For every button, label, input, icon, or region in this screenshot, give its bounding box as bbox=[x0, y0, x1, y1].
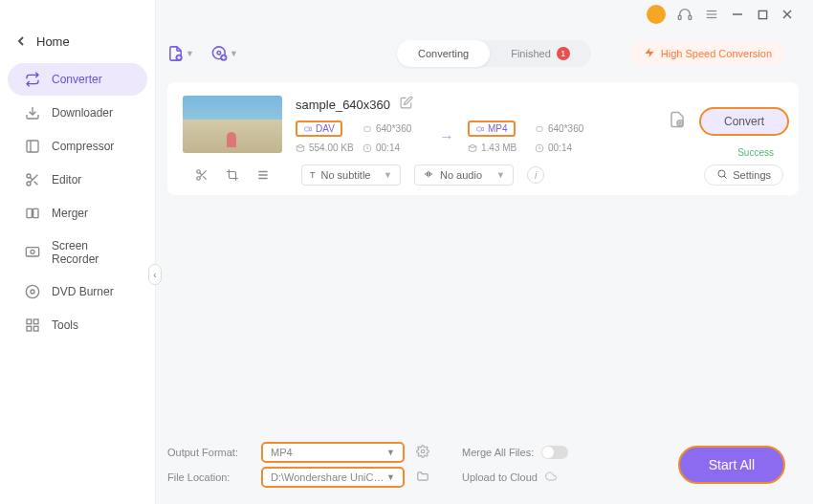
svg-point-46 bbox=[677, 121, 683, 126]
file-location-select[interactable]: D:\Wondershare UniConverter 1 ▼ bbox=[261, 467, 405, 488]
headset-icon[interactable] bbox=[677, 7, 692, 22]
svg-rect-18 bbox=[33, 208, 38, 217]
crop-icon[interactable] bbox=[225, 168, 240, 182]
chevron-down-icon: ▼ bbox=[386, 472, 395, 482]
tab-switch: Converting Finished 1 bbox=[397, 40, 591, 67]
file-location-label: File Location: bbox=[167, 471, 253, 483]
lightning-icon bbox=[644, 47, 655, 60]
svg-rect-40 bbox=[364, 126, 370, 131]
tab-finished[interactable]: Finished 1 bbox=[490, 40, 591, 67]
svg-marker-39 bbox=[309, 127, 311, 131]
sidebar-item-label: Compressor bbox=[52, 140, 114, 153]
source-duration: 00:14 bbox=[363, 142, 439, 153]
merger-icon bbox=[25, 206, 40, 221]
editor-icon bbox=[25, 172, 40, 187]
svg-rect-19 bbox=[26, 248, 38, 256]
sidebar-item-label: Tools bbox=[52, 318, 78, 332]
sidebar-item-label: Screen Recorder bbox=[52, 239, 130, 266]
subtitle-icon: T bbox=[310, 170, 316, 180]
audio-dropdown[interactable]: No audio ▼ bbox=[414, 164, 514, 186]
sidebar-item-screen-recorder[interactable]: Screen Recorder bbox=[8, 230, 147, 274]
merge-toggle[interactable] bbox=[541, 446, 568, 459]
target-duration: 00:14 bbox=[535, 142, 611, 153]
svg-rect-1 bbox=[689, 15, 692, 19]
output-settings-gear-icon[interactable] bbox=[416, 445, 429, 460]
edit-name-icon[interactable] bbox=[400, 96, 413, 113]
home-link[interactable]: Home bbox=[0, 29, 155, 62]
convert-button[interactable]: Convert bbox=[699, 107, 789, 136]
source-format-chip: DAV bbox=[296, 121, 342, 137]
svg-point-22 bbox=[31, 290, 34, 294]
more-icon[interactable] bbox=[255, 168, 271, 182]
sidebar-item-label: Downloader bbox=[52, 106, 113, 120]
svg-line-52 bbox=[200, 173, 202, 175]
sidebar-item-dvd-burner[interactable]: DVD Burner bbox=[8, 275, 147, 308]
sidebar-collapse-handle[interactable]: ‹ bbox=[148, 264, 162, 285]
svg-rect-10 bbox=[27, 141, 38, 152]
svg-rect-26 bbox=[33, 326, 38, 331]
compressor-icon bbox=[25, 139, 40, 154]
sidebar: Home Converter Downloader Compressor Edi… bbox=[0, 0, 156, 504]
svg-point-20 bbox=[31, 250, 34, 253]
high-speed-conversion-pill[interactable]: High Speed Conversion bbox=[630, 42, 785, 65]
sidebar-item-converter[interactable]: Converter bbox=[8, 63, 147, 96]
sidebar-item-compressor[interactable]: Compressor bbox=[8, 130, 147, 163]
sidebar-item-label: Editor bbox=[52, 173, 81, 186]
trim-icon[interactable] bbox=[194, 168, 209, 182]
svg-rect-43 bbox=[537, 126, 542, 131]
finished-count-badge: 1 bbox=[557, 47, 570, 60]
svg-line-15 bbox=[34, 182, 38, 186]
sidebar-item-label: Merger bbox=[52, 207, 88, 220]
sidebar-item-label: DVD Burner bbox=[52, 285, 114, 298]
start-all-button[interactable]: Start All bbox=[678, 446, 785, 484]
target-resolution: 640*360 bbox=[535, 123, 611, 134]
tab-label: Converting bbox=[418, 48, 469, 59]
sidebar-item-downloader[interactable]: Downloader bbox=[8, 97, 147, 129]
sidebar-item-tools[interactable]: Tools bbox=[8, 309, 147, 341]
video-thumbnail[interactable] bbox=[183, 96, 282, 153]
close-button[interactable] bbox=[780, 8, 794, 21]
svg-rect-17 bbox=[27, 208, 32, 217]
sidebar-item-editor[interactable]: Editor bbox=[8, 164, 147, 196]
file-card: sample_640x360 DAV 640*360 → MP4 640*360… bbox=[167, 82, 799, 195]
source-resolution: 640*360 bbox=[363, 123, 439, 134]
converter-icon bbox=[25, 72, 40, 87]
high-speed-label: High Speed Conversion bbox=[661, 48, 772, 59]
chevron-down-icon: ▼ bbox=[186, 49, 194, 58]
file-name: sample_640x360 bbox=[296, 98, 390, 112]
output-format-label: Output Format: bbox=[167, 447, 253, 458]
add-file-button[interactable]: ▼ bbox=[167, 41, 194, 66]
user-avatar[interactable] bbox=[647, 5, 666, 24]
add-dvd-button[interactable]: ▼ bbox=[211, 41, 238, 66]
subtitle-dropdown[interactable]: T No subtitle ▼ bbox=[301, 164, 401, 186]
target-size: 1.43 MB bbox=[468, 142, 535, 153]
svg-point-12 bbox=[27, 174, 31, 178]
svg-point-21 bbox=[26, 285, 38, 297]
item-settings-button[interactable]: Settings bbox=[704, 164, 783, 186]
cloud-icon[interactable] bbox=[543, 471, 559, 484]
screen-recorder-icon bbox=[25, 245, 40, 260]
svg-rect-23 bbox=[27, 319, 32, 324]
open-folder-icon[interactable] bbox=[416, 470, 429, 485]
menu-icon[interactable] bbox=[704, 7, 719, 22]
target-format-chip: MP4 bbox=[468, 121, 516, 137]
svg-point-13 bbox=[27, 182, 31, 186]
svg-rect-41 bbox=[477, 127, 482, 131]
svg-line-51 bbox=[203, 176, 207, 180]
chevron-down-icon: ▼ bbox=[496, 170, 505, 180]
sidebar-item-label: Converter bbox=[52, 73, 102, 86]
tab-converting[interactable]: Converting bbox=[397, 40, 490, 67]
svg-point-47 bbox=[679, 122, 681, 124]
output-settings-icon[interactable] bbox=[669, 111, 686, 132]
tools-icon bbox=[25, 318, 40, 333]
svg-line-16 bbox=[30, 177, 33, 180]
info-icon[interactable]: i bbox=[527, 166, 544, 184]
svg-rect-25 bbox=[27, 326, 32, 331]
svg-marker-37 bbox=[645, 48, 653, 57]
svg-marker-42 bbox=[481, 127, 483, 131]
maximize-button[interactable] bbox=[756, 8, 769, 21]
chevron-down-icon: ▼ bbox=[386, 448, 395, 457]
output-format-select[interactable]: MP4 ▼ bbox=[261, 442, 405, 463]
minimize-button[interactable] bbox=[731, 8, 744, 21]
sidebar-item-merger[interactable]: Merger bbox=[8, 197, 147, 230]
